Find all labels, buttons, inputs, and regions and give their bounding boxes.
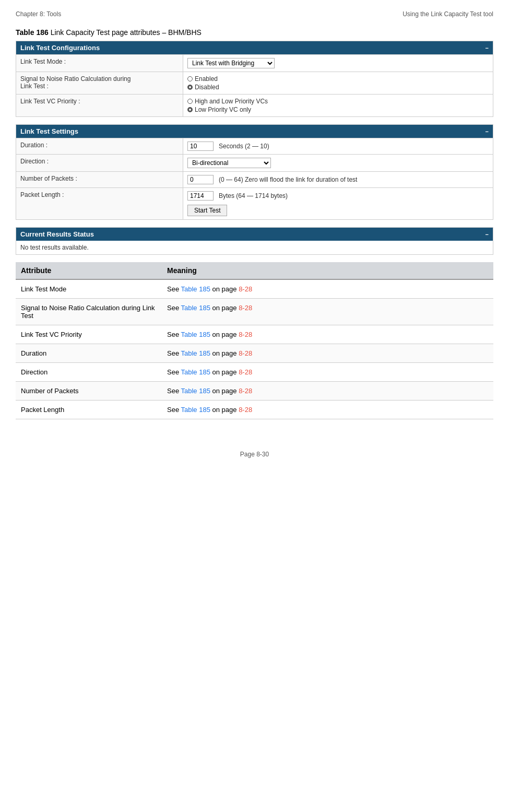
snr-enabled-radio[interactable] — [187, 76, 193, 81]
duration-value-row: Seconds (2 — 10) — [187, 142, 489, 151]
meaning-mid: on page — [210, 331, 239, 338]
direction-select[interactable]: Bi-directional Transmit only Receive onl… — [187, 158, 271, 168]
page-reference-link[interactable]: 8-28 — [239, 304, 252, 312]
table-row: DurationSee Table 185 on page 8-28 — [16, 344, 493, 363]
direction-label: Direction : — [16, 155, 183, 171]
page-reference-link[interactable]: 8-28 — [239, 406, 252, 414]
packet-length-label: Packet Length : — [16, 188, 183, 219]
meaning-mid: on page — [210, 349, 239, 357]
meaning-prefix: See — [167, 406, 181, 414]
packet-length-input[interactable] — [187, 191, 214, 201]
meaning-prefix: See — [167, 349, 181, 357]
snr-disabled-radio[interactable] — [187, 85, 193, 90]
duration-value: Seconds (2 — 10) — [183, 138, 493, 154]
table-reference-link[interactable]: Table 185 — [181, 304, 210, 312]
vc-priority-label: Link Test VC Priority : — [16, 95, 183, 116]
results-header: Current Results Status − — [16, 228, 493, 241]
table-reference-link[interactable]: Table 185 — [181, 368, 210, 376]
snr-enabled-label: Enabled — [195, 75, 218, 83]
meaning-mid: on page — [210, 304, 239, 312]
packet-length-value: Bytes (64 — 1714 bytes) Start Test — [183, 188, 493, 219]
link-test-configurations-section: Link Test Configurations − Link Test Mod… — [16, 41, 493, 117]
start-test-button[interactable]: Start Test — [187, 205, 227, 216]
page-reference-link[interactable]: 8-28 — [239, 331, 252, 338]
configurations-minimize-icon[interactable]: − — [486, 45, 489, 51]
attr-col-header: Attribute — [16, 262, 162, 279]
snr-value: Enabled Disabled — [183, 72, 493, 94]
table-row: Packet LengthSee Table 185 on page 8-28 — [16, 401, 493, 419]
attribute-cell: Link Test Mode — [16, 279, 162, 299]
attr-table-header-row: Attribute Meaning — [16, 262, 493, 279]
meaning-mid: on page — [210, 387, 239, 395]
vc-high-low-radio[interactable] — [187, 99, 193, 104]
table-reference-link[interactable]: Table 185 — [181, 285, 210, 293]
link-test-settings-section: Link Test Settings − Duration : Seconds … — [16, 124, 493, 220]
vc-high-low-option[interactable]: High and Low Priority VCs — [187, 98, 489, 105]
vc-priority-row: Link Test VC Priority : High and Low Pri… — [16, 94, 493, 116]
meaning-col-header: Meaning — [162, 262, 493, 279]
vc-priority-value: High and Low Priority VCs Low Priority V… — [183, 95, 493, 116]
settings-header: Link Test Settings − — [16, 125, 493, 138]
packet-length-hint: Bytes (64 — 1714 bytes) — [219, 192, 288, 199]
table-reference-link[interactable]: Table 185 — [181, 406, 210, 414]
settings-title: Link Test Settings — [20, 127, 78, 135]
packet-length-row: Packet Length : Bytes (64 — 1714 bytes) … — [16, 187, 493, 219]
meaning-mid: on page — [210, 406, 239, 414]
page-header: Chapter 8: Tools Using the Link Capacity… — [16, 10, 493, 18]
table-row: Number of PacketsSee Table 185 on page 8… — [16, 382, 493, 401]
section-label: Using the Link Capacity Test tool — [403, 10, 493, 18]
meaning-cell: See Table 185 on page 8-28 — [162, 325, 493, 344]
packet-length-value-row: Bytes (64 — 1714 bytes) — [187, 191, 489, 201]
snr-enabled-option[interactable]: Enabled — [187, 75, 489, 83]
link-test-mode-row: Link Test Mode : Link Test with Bridging… — [16, 54, 493, 72]
direction-value: Bi-directional Transmit only Receive onl… — [183, 155, 493, 171]
snr-disabled-label: Disabled — [195, 84, 219, 91]
num-packets-hint: (0 — 64) Zero will flood the link for du… — [219, 176, 357, 183]
page-footer: Page 8-30 — [16, 451, 493, 458]
link-test-mode-label: Link Test Mode : — [16, 55, 183, 72]
snr-radio-group: Enabled Disabled — [187, 75, 489, 91]
num-packets-input[interactable] — [187, 175, 214, 184]
vc-low-only-label: Low Priority VC only — [195, 106, 251, 113]
num-packets-value: (0 — 64) Zero will flood the link for du… — [183, 172, 493, 187]
table-reference-link[interactable]: Table 185 — [181, 349, 210, 357]
attribute-cell: Duration — [16, 344, 162, 363]
page-reference-link[interactable]: 8-28 — [239, 368, 252, 376]
meaning-cell: See Table 185 on page 8-28 — [162, 401, 493, 419]
table-number: Table 186 — [16, 28, 49, 37]
configurations-header: Link Test Configurations − — [16, 41, 493, 54]
table-row: Link Test ModeSee Table 185 on page 8-28 — [16, 279, 493, 299]
meaning-mid: on page — [210, 285, 239, 293]
current-results-section: Current Results Status − No test results… — [16, 227, 493, 255]
page-reference-link[interactable]: 8-28 — [239, 349, 252, 357]
results-minimize-icon[interactable]: − — [486, 231, 489, 238]
meaning-cell: See Table 185 on page 8-28 — [162, 299, 493, 325]
meaning-prefix: See — [167, 285, 181, 293]
results-title: Current Results Status — [20, 230, 94, 238]
attribute-cell: Packet Length — [16, 401, 162, 419]
attribute-cell: Number of Packets — [16, 382, 162, 401]
attribute-cell: Link Test VC Priority — [16, 325, 162, 344]
attribute-cell: Signal to Noise Ratio Calculation during… — [16, 299, 162, 325]
vc-low-only-radio[interactable] — [187, 107, 193, 112]
meaning-prefix: See — [167, 331, 181, 338]
page-reference-link[interactable]: 8-28 — [239, 387, 252, 395]
page-number: Page 8-30 — [240, 451, 269, 458]
num-packets-row: Number of Packets : (0 — 64) Zero will f… — [16, 171, 493, 187]
table-reference-link[interactable]: Table 185 — [181, 331, 210, 338]
meaning-mid: on page — [210, 368, 239, 376]
table-reference-link[interactable]: Table 185 — [181, 387, 210, 395]
table-title: Link Capacity Test page attributes – BHM… — [49, 28, 202, 37]
snr-disabled-option[interactable]: Disabled — [187, 84, 489, 91]
link-test-mode-select[interactable]: Link Test with Bridging Link Test withou… — [187, 58, 275, 68]
vc-high-low-label: High and Low Priority VCs — [195, 98, 268, 105]
chapter-label: Chapter 8: Tools — [16, 10, 61, 18]
meaning-prefix: See — [167, 368, 181, 376]
vc-low-only-option[interactable]: Low Priority VC only — [187, 106, 489, 113]
vc-priority-radio-group: High and Low Priority VCs Low Priority V… — [187, 98, 489, 113]
table-row: DirectionSee Table 185 on page 8-28 — [16, 363, 493, 382]
page-reference-link[interactable]: 8-28 — [239, 285, 252, 293]
snr-row: Signal to Noise Ratio Calculation during… — [16, 72, 493, 94]
settings-minimize-icon[interactable]: − — [486, 128, 489, 135]
duration-input[interactable] — [187, 142, 214, 151]
